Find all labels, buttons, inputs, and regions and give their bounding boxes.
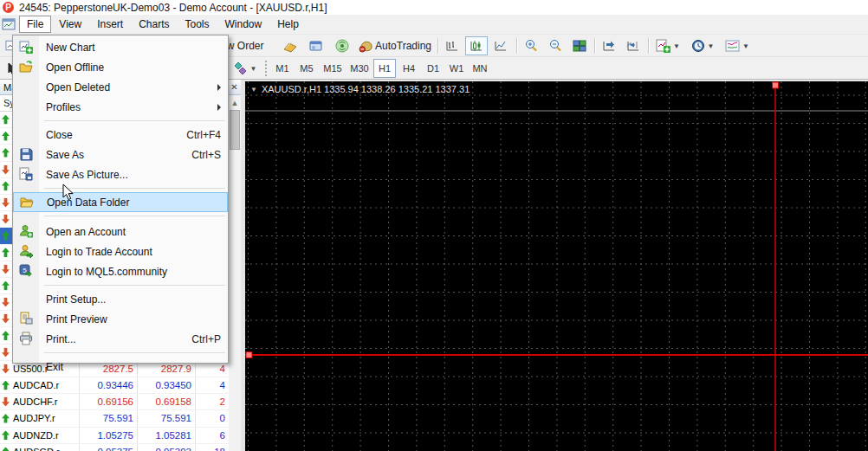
menu-bar: File View Insert Charts Tools Window Hel… — [0, 15, 868, 35]
market-watch-row[interactable]: AUDCAD.r 0.93446 0.93450 4 — [0, 377, 229, 394]
menu-item-print-setup[interactable]: Print Setup... — [13, 289, 228, 309]
menu-item-save-as[interactable]: Save As Ctrl+S — [13, 145, 228, 164]
scroll-up-icon[interactable]: ▲ — [229, 97, 241, 109]
menu-separator — [44, 117, 225, 125]
symbol-cell: AUDCAD.r — [0, 377, 80, 393]
market-watch-row[interactable]: AUDJPY.r 75.591 75.591 0 — [0, 410, 229, 427]
tick-arrow-icon — [2, 148, 10, 158]
menu-tools[interactable]: Tools — [178, 16, 217, 33]
timeframe-m30-button[interactable]: M30 — [347, 59, 372, 78]
chart-area[interactable]: ▼ XAUUSD.r,H1 1335.94 1338.26 1335.21 13… — [245, 81, 868, 451]
printer-icon — [19, 332, 33, 345]
chart-shift-button[interactable] — [622, 36, 645, 55]
menu-separator — [44, 349, 225, 357]
templates-button[interactable]: ▼ — [721, 36, 754, 55]
tick-arrow-icon — [2, 314, 10, 324]
timeframe-m5-button[interactable]: M5 — [295, 59, 318, 78]
toolbar-drag-handle[interactable] — [265, 61, 269, 76]
menu-item-open-deleted[interactable]: Open Deleted — [13, 77, 228, 97]
auto-scroll-button[interactable] — [598, 36, 620, 55]
menu-item-print-preview[interactable]: Print Preview — [13, 309, 228, 329]
menu-item-login-to-trade-account[interactable]: Login to Trade Account — [13, 242, 228, 261]
zoom-out-button[interactable] — [544, 36, 567, 55]
menu-item-exit[interactable]: Exit — [13, 357, 228, 377]
scrollbar-thumb[interactable] — [230, 110, 240, 150]
tick-arrow-icon — [2, 215, 10, 224]
menu-insert[interactable]: Insert — [89, 16, 131, 33]
folder-open-icon — [20, 196, 34, 209]
timeframe-m15-button[interactable]: M15 — [320, 59, 346, 78]
mql5-icon: 5 — [19, 264, 33, 278]
arrows-tool-button[interactable]: ▼ — [229, 59, 262, 78]
tick-arrow-icon — [2, 331, 10, 340]
timeframe-m1-button[interactable]: M1 — [271, 59, 294, 78]
tick-arrow-icon — [2, 264, 10, 274]
close-icon[interactable]: ✕ — [229, 81, 240, 93]
menu-charts[interactable]: Charts — [131, 16, 177, 33]
chevron-down-icon: ▼ — [250, 86, 257, 93]
chart-ohlc-text: XAUUSD.r,H1 1335.94 1338.26 1335.21 1337… — [262, 84, 470, 94]
dropdown-arrow-icon: ▼ — [708, 42, 715, 50]
menu-view[interactable]: View — [51, 16, 89, 33]
floppy-disk-icon — [19, 147, 33, 161]
chart-window-icon — [2, 18, 16, 30]
menu-item-open-offline[interactable]: Open Offline — [13, 57, 228, 77]
spread-cell: 18 — [196, 444, 229, 451]
menu-item-print[interactable]: Print... Ctrl+P — [13, 329, 228, 349]
menu-separator — [44, 281, 225, 289]
menu-item-open-data-folder[interactable]: Open Data Folder — [13, 192, 228, 212]
spread-cell: 6 — [196, 428, 229, 443]
toolbar-separator — [594, 38, 595, 54]
toolbar-separator — [437, 38, 438, 54]
menu-item-close[interactable]: Close Ctrl+F4 — [13, 125, 228, 145]
menu-item-new-chart[interactable]: New Chart — [13, 37, 228, 57]
zoom-in-button[interactable] — [520, 36, 542, 55]
bar-chart-button[interactable] — [441, 36, 463, 55]
chart-shift-icon — [626, 39, 640, 53]
navigator-button[interactable] — [305, 36, 327, 55]
line-chart-icon — [494, 39, 508, 53]
spread-cell: 2 — [196, 394, 229, 409]
tile-windows-button[interactable] — [568, 36, 591, 55]
timeframe-h4-button[interactable]: H4 — [398, 59, 420, 78]
autotrading-label: AutoTrading — [375, 40, 431, 52]
print-preview-icon — [19, 312, 33, 325]
window-title: 24545: PepperstoneUK-Demo03 - Demo Accou… — [19, 2, 327, 14]
line-chart-button[interactable] — [489, 36, 512, 55]
indicators-button[interactable]: ▼ — [651, 36, 684, 55]
submenu-arrow-icon — [217, 104, 221, 111]
tick-arrow-icon — [2, 280, 10, 290]
symbol-cell: AUDJPY.r — [0, 410, 80, 426]
timeframe-d1-button[interactable]: D1 — [422, 59, 444, 78]
market-watch-book-icon — [282, 40, 298, 53]
candlestick-chart-button[interactable] — [465, 36, 488, 55]
menu-item-login-to-mql5[interactable]: 5 Login to MQL5.community — [13, 261, 228, 281]
timeframe-w1-button[interactable]: W1 — [445, 59, 468, 78]
ask-cell: 0.69158 — [138, 394, 196, 409]
periods-button[interactable]: ▼ — [686, 36, 719, 55]
menu-window[interactable]: Window — [217, 16, 270, 33]
timeframe-mn-button[interactable]: MN — [469, 59, 491, 78]
market-watch-row[interactable]: AUDSGD.r 0.95375 0.95393 18 — [0, 444, 229, 451]
spread-cell: 0 — [196, 410, 229, 426]
market-watch-scrollbar[interactable]: ▲ — [229, 95, 241, 451]
spread-cell: 4 — [196, 377, 229, 393]
submenu-arrow-icon — [217, 84, 221, 91]
menu-item-open-an-account[interactable]: Open an Account — [13, 222, 228, 242]
candlestick-chart-icon — [470, 39, 483, 53]
ask-cell: 0.95393 — [138, 444, 196, 451]
market-watch-button[interactable] — [279, 36, 301, 55]
market-watch-row[interactable]: AUDCHF.r 0.69156 0.69158 2 — [0, 394, 229, 410]
signals-button[interactable] — [331, 36, 353, 55]
menu-help[interactable]: Help — [269, 16, 307, 33]
metatrader-window: P 24545: PepperstoneUK-Demo03 - Demo Acc… — [0, 0, 868, 451]
bid-cell: 0.93446 — [80, 377, 138, 393]
chart-symbol-line: ▼ XAUUSD.r,H1 1335.94 1338.26 1335.21 13… — [250, 84, 470, 94]
timeframe-h1-button[interactable]: H1 — [373, 59, 396, 78]
market-watch-row[interactable]: AUDNZD.r 1.05275 1.05281 6 — [0, 428, 229, 444]
autotrading-button[interactable]: AutoTrading — [355, 36, 435, 55]
menu-item-profiles[interactable]: Profiles — [13, 97, 228, 117]
menu-item-save-as-picture[interactable]: Save As Picture... — [13, 164, 228, 184]
menu-file[interactable]: File — [19, 16, 51, 33]
tick-arrow-icon — [2, 248, 10, 257]
